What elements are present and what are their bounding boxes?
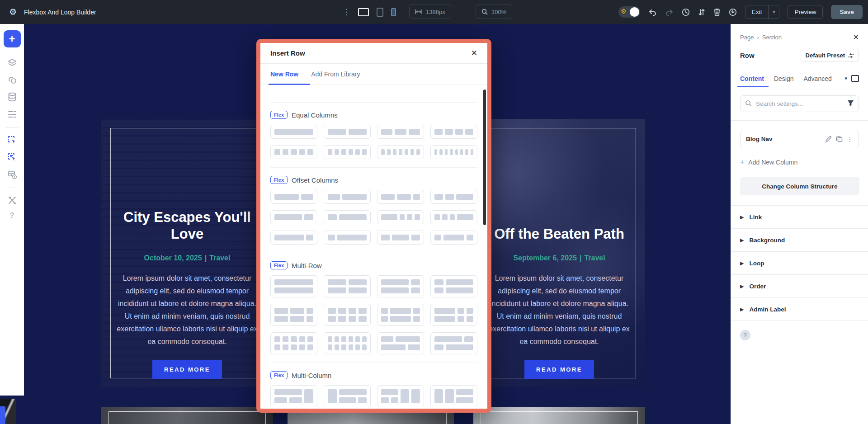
add-new-button[interactable]: + <box>4 30 21 47</box>
row-layout-card[interactable] <box>270 304 317 326</box>
design-presets-icon[interactable] <box>4 72 20 88</box>
accordion-background[interactable]: ▶Background <box>731 229 868 252</box>
canvas-width-control[interactable]: 1388px <box>409 5 451 19</box>
column-item-blog-nav[interactable]: Blog Nav ⋮ <box>740 130 859 148</box>
row-layout-card[interactable] <box>377 231 424 245</box>
select-module-icon[interactable] <box>4 132 20 148</box>
desktop-view-icon[interactable] <box>851 75 859 82</box>
history-clock-button[interactable] <box>682 8 690 16</box>
row-layout-card[interactable] <box>377 275 424 297</box>
row-layout-card[interactable] <box>270 210 317 224</box>
row-layout-card[interactable] <box>430 385 477 407</box>
row-layout-card[interactable] <box>430 210 477 224</box>
read-more-button[interactable]: READ MORE <box>524 360 594 379</box>
row-layout-card[interactable] <box>377 125 424 139</box>
post-category[interactable]: Travel <box>584 254 605 262</box>
row-layout-card[interactable] <box>324 190 371 204</box>
next-row-image[interactable] <box>101 407 273 424</box>
row-layout-card[interactable] <box>324 385 371 407</box>
row-layout-card[interactable] <box>377 332 424 354</box>
row-layout-card[interactable] <box>270 231 317 245</box>
redo-button[interactable] <box>665 9 674 16</box>
breadcrumb-section[interactable]: Section <box>762 34 782 41</box>
search-settings-input[interactable] <box>740 95 859 112</box>
change-column-structure-button[interactable]: Change Column Structure <box>740 177 859 195</box>
row-layout-card[interactable] <box>270 385 317 407</box>
tab-advanced[interactable]: Advanced <box>803 70 831 87</box>
breadcrumb-page[interactable]: Page <box>740 34 754 41</box>
row-layout-card[interactable] <box>270 145 317 159</box>
tabs-caret-icon[interactable]: ▾ <box>844 75 847 81</box>
portability-button[interactable] <box>729 8 737 16</box>
module-history-icon[interactable] <box>4 166 20 183</box>
row-layout-card[interactable] <box>377 385 424 407</box>
row-layout-card[interactable] <box>430 145 477 159</box>
sort-arrows-button[interactable] <box>698 8 705 16</box>
page-settings-icon[interactable] <box>4 106 20 122</box>
device-phone-button[interactable] <box>391 8 396 16</box>
exit-button[interactable]: Exit <box>745 5 769 19</box>
tab-content[interactable]: Content <box>740 70 764 87</box>
next-row-image[interactable] <box>473 407 645 424</box>
row-layout-card[interactable] <box>430 304 477 326</box>
blog-post-card[interactable]: Off the Beaten Path September 6, 2025|Tr… <box>473 119 645 387</box>
panel-close-icon[interactable]: ✕ <box>853 33 859 42</box>
row-layout-card[interactable] <box>377 145 424 159</box>
trash-button[interactable] <box>713 8 721 16</box>
more-options-button[interactable]: ⋮ <box>343 7 350 17</box>
row-layout-card[interactable] <box>430 275 477 297</box>
row-layout-card[interactable] <box>324 332 371 354</box>
tab-design[interactable]: Design <box>774 70 794 87</box>
row-layout-card[interactable] <box>270 125 317 139</box>
database-icon[interactable] <box>4 89 20 105</box>
select-row-icon[interactable] <box>4 149 20 165</box>
edit-pencil-icon[interactable] <box>825 136 832 142</box>
modal-scrollbar[interactable] <box>483 90 486 225</box>
row-layout-card[interactable] <box>270 190 317 204</box>
row-layout-card[interactable] <box>324 231 371 245</box>
row-layout-card[interactable] <box>324 125 371 139</box>
more-dots-icon[interactable]: ⋮ <box>847 136 853 143</box>
accordion-loop[interactable]: ▶Loop <box>731 252 868 275</box>
blog-post-card[interactable]: City Escapes You'll Love October 10, 202… <box>101 119 273 387</box>
save-button[interactable]: Save <box>831 5 863 19</box>
accordion-admin-label[interactable]: ▶Admin Label <box>731 298 868 321</box>
row-layout-card[interactable] <box>430 190 477 204</box>
layers-icon[interactable] <box>4 55 20 71</box>
zoom-control[interactable]: 100% <box>476 5 512 19</box>
row-layout-card[interactable] <box>430 125 477 139</box>
post-category[interactable]: Travel <box>209 254 230 262</box>
preview-button[interactable]: Preview <box>788 5 823 19</box>
row-layout-card[interactable] <box>270 275 317 297</box>
tab-new-row[interactable]: New Row <box>270 64 298 85</box>
row-layout-card[interactable] <box>430 231 477 245</box>
read-more-button[interactable]: READ MORE <box>152 360 222 379</box>
modal-close-icon[interactable]: ✕ <box>471 48 477 58</box>
row-layout-card[interactable] <box>324 304 371 326</box>
duplicate-icon[interactable] <box>836 136 843 142</box>
default-preset-button[interactable]: Default Preset <box>801 49 859 62</box>
row-layout-card[interactable] <box>270 332 317 354</box>
theme-toggle[interactable]: ⚙ <box>618 6 640 18</box>
filter-icon[interactable] <box>847 100 854 106</box>
device-tablet-button[interactable] <box>377 8 383 17</box>
accordion-order[interactable]: ▶Order <box>731 275 868 298</box>
device-desktop-button[interactable] <box>358 8 369 16</box>
row-layout-card[interactable] <box>324 275 371 297</box>
help-icon[interactable]: ? <box>9 211 14 220</box>
column-block <box>434 287 443 293</box>
undo-button[interactable] <box>648 9 657 16</box>
row-layout-card[interactable] <box>324 210 371 224</box>
tools-icon[interactable] <box>4 192 20 208</box>
tab-add-from-library[interactable]: Add From Library <box>311 64 360 85</box>
row-layout-card[interactable] <box>377 210 424 224</box>
add-new-column-button[interactable]: + Add New Column <box>740 158 859 166</box>
exit-caret-button[interactable]: ▾ <box>768 5 779 19</box>
row-layout-card[interactable] <box>430 332 477 354</box>
settings-gear-button[interactable]: ⚙ <box>9 8 17 16</box>
panel-help-button[interactable]: ? <box>740 330 750 340</box>
row-layout-card[interactable] <box>377 304 424 326</box>
row-layout-card[interactable] <box>377 190 424 204</box>
accordion-link[interactable]: ▶Link <box>731 206 868 229</box>
row-layout-card[interactable] <box>324 145 371 159</box>
